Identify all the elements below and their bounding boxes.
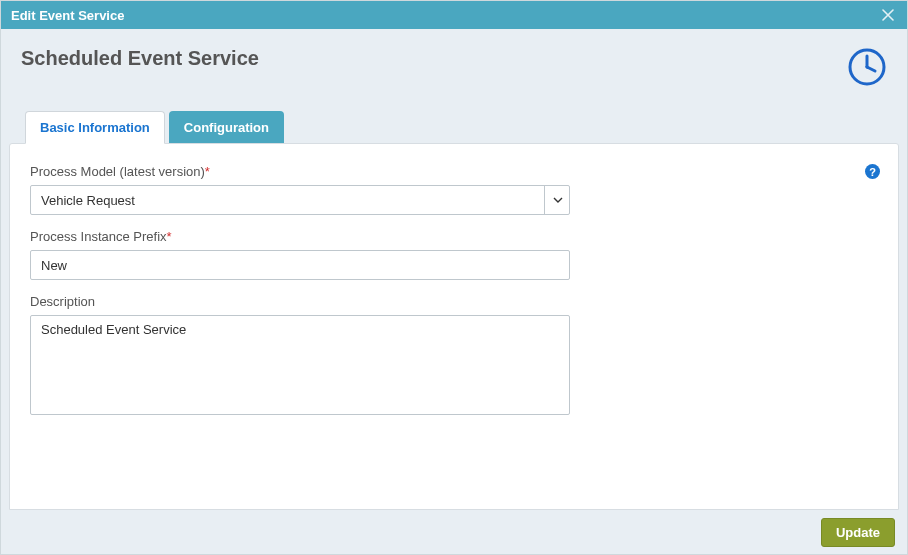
close-icon[interactable] <box>879 6 897 24</box>
required-asterisk: * <box>167 229 172 244</box>
modal-title: Edit Event Service <box>11 8 124 23</box>
field-description: Description <box>30 294 570 419</box>
instance-prefix-input[interactable] <box>30 250 570 280</box>
instance-prefix-label-text: Process Instance Prefix <box>30 229 167 244</box>
process-model-label: Process Model (latest version)* <box>30 164 570 179</box>
process-model-label-text: Process Model (latest version) <box>30 164 205 179</box>
clock-icon <box>847 47 887 91</box>
svg-line-2 <box>867 67 875 71</box>
modal-titlebar: Edit Event Service <box>1 1 907 29</box>
page-title: Scheduled Event Service <box>21 47 259 70</box>
tab-bar: Basic Information Configuration <box>1 91 907 144</box>
modal-footer: Update <box>1 510 907 554</box>
process-model-select[interactable]: Vehicle Request <box>30 185 570 215</box>
field-instance-prefix: Process Instance Prefix* <box>30 229 570 280</box>
tab-basic-information[interactable]: Basic Information <box>25 111 165 144</box>
tab-configuration[interactable]: Configuration <box>169 111 284 144</box>
process-model-value: Vehicle Request <box>30 185 570 215</box>
header-area: Scheduled Event Service <box>1 29 907 91</box>
required-asterisk: * <box>205 164 210 179</box>
update-button[interactable]: Update <box>821 518 895 547</box>
description-textarea[interactable] <box>30 315 570 415</box>
help-icon[interactable]: ? <box>865 164 880 179</box>
edit-event-service-modal: Edit Event Service Scheduled Event Servi… <box>0 0 908 555</box>
field-process-model: Process Model (latest version)* Vehicle … <box>30 164 570 215</box>
form-panel: ? Process Model (latest version)* Vehicl… <box>9 143 899 510</box>
description-label: Description <box>30 294 570 309</box>
instance-prefix-label: Process Instance Prefix* <box>30 229 570 244</box>
